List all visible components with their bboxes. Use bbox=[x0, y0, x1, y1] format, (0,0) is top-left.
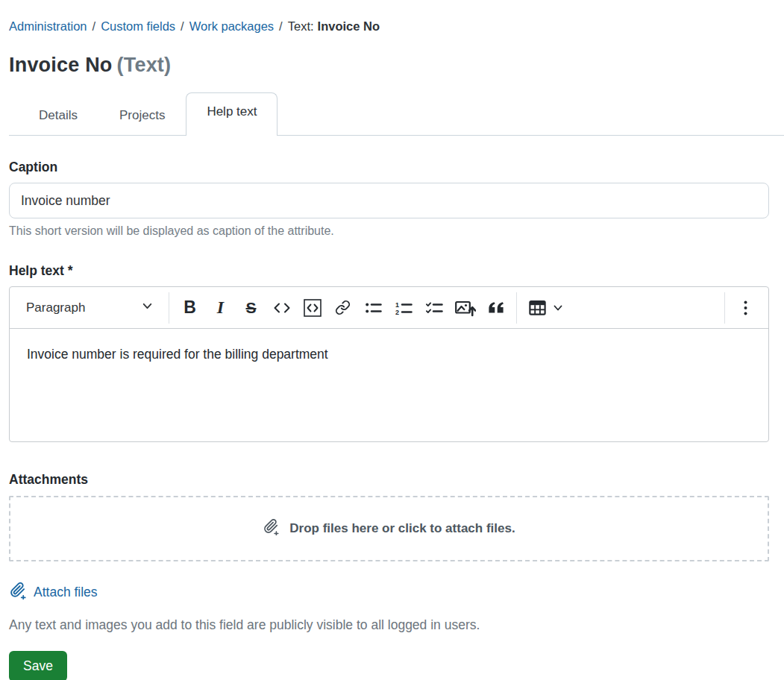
more-options-kebab-icon bbox=[743, 300, 748, 315]
paragraph-style-dropdown[interactable]: Paragraph bbox=[17, 293, 163, 323]
dropzone-text: Drop files here or click to attach files… bbox=[289, 521, 515, 536]
breadcrumb-current-item: Invoice No bbox=[318, 19, 380, 33]
breadcrumb-link-administration[interactable]: Administration bbox=[9, 19, 87, 33]
italic-button[interactable]: I bbox=[205, 293, 236, 323]
save-button[interactable]: Save bbox=[9, 651, 67, 680]
paragraph-style-value: Paragraph bbox=[26, 300, 85, 315]
custom-field-admin-page: Administration/Custom fields/Work packag… bbox=[0, 0, 784, 680]
editor-content-area[interactable]: Invoice number is required for the billi… bbox=[10, 329, 768, 441]
editor-paragraph: Invoice number is required for the billi… bbox=[27, 347, 751, 362]
numbered-list-button[interactable]: 12 bbox=[389, 293, 419, 323]
strikethrough-button[interactable]: S bbox=[236, 293, 266, 323]
breadcrumb-separator: / bbox=[181, 19, 184, 33]
code-block-button[interactable] bbox=[297, 293, 327, 323]
help-text-form: Caption This short version will be displ… bbox=[9, 160, 769, 680]
breadcrumb-link-work-packages[interactable]: Work packages bbox=[189, 19, 274, 33]
link-icon bbox=[335, 300, 351, 315]
page-title: Invoice No(Text) bbox=[9, 54, 769, 77]
attachments-dropzone[interactable]: Drop files here or click to attach files… bbox=[9, 496, 769, 561]
bulleted-list-icon bbox=[365, 300, 382, 315]
visibility-notice: Any text and images you add to this fiel… bbox=[9, 617, 769, 633]
help-text-label: Help text * bbox=[9, 263, 769, 279]
inline-code-button[interactable] bbox=[266, 293, 297, 323]
tab-details[interactable]: Details bbox=[18, 96, 98, 135]
bulleted-list-button[interactable] bbox=[358, 293, 389, 323]
attach-files-label: Attach files bbox=[34, 585, 98, 600]
toolbar-divider bbox=[516, 292, 517, 324]
tab-projects[interactable]: Projects bbox=[98, 96, 186, 135]
breadcrumb-separator: / bbox=[279, 19, 283, 33]
bold-icon: B bbox=[184, 298, 196, 318]
strikethrough-icon: S bbox=[245, 299, 256, 317]
task-list-icon bbox=[426, 300, 443, 315]
attach-files-link[interactable]: Attach files bbox=[9, 582, 98, 603]
paperclip-plus-icon bbox=[9, 582, 27, 603]
task-list-button[interactable] bbox=[419, 293, 450, 323]
link-button[interactable] bbox=[327, 293, 358, 323]
toolbar-divider bbox=[724, 292, 725, 324]
numbered-list-icon: 12 bbox=[395, 300, 413, 315]
breadcrumb-link-custom-fields[interactable]: Custom fields bbox=[101, 19, 175, 33]
chevron-down-icon bbox=[553, 303, 563, 313]
block-quote-button[interactable] bbox=[480, 293, 511, 323]
insert-table-button[interactable] bbox=[522, 293, 570, 323]
attachments-label: Attachments bbox=[9, 472, 769, 488]
chevron-down-icon bbox=[142, 300, 153, 315]
code-block-icon bbox=[303, 298, 322, 318]
caption-hint: This short version will be displayed as … bbox=[9, 224, 769, 238]
breadcrumb-separator: / bbox=[92, 19, 96, 33]
block-quote-icon bbox=[488, 301, 504, 314]
more-options-button[interactable] bbox=[730, 293, 761, 323]
toolbar-divider bbox=[169, 292, 169, 324]
breadcrumb: Administration/Custom fields/Work packag… bbox=[9, 18, 769, 34]
rich-text-editor: Paragraph B I S bbox=[9, 286, 769, 442]
caption-label: Caption bbox=[9, 160, 769, 175]
insert-table-icon bbox=[529, 300, 546, 315]
editor-toolbar: Paragraph B I S bbox=[10, 287, 768, 329]
italic-icon: I bbox=[217, 298, 224, 318]
image-upload-button[interactable] bbox=[450, 293, 480, 323]
tab-bar: Details Projects Help text bbox=[9, 92, 784, 136]
page-title-name: Invoice No bbox=[9, 54, 113, 76]
image-upload-icon bbox=[455, 299, 476, 317]
svg-text:2: 2 bbox=[395, 309, 399, 315]
tab-help-text[interactable]: Help text bbox=[186, 92, 277, 136]
svg-text:1: 1 bbox=[395, 300, 399, 308]
breadcrumb-type-prefix: Text: bbox=[288, 19, 314, 33]
page-title-type: (Text) bbox=[117, 54, 172, 76]
inline-code-icon bbox=[273, 302, 291, 314]
bold-button[interactable]: B bbox=[175, 293, 205, 323]
paperclip-plus-icon bbox=[263, 518, 280, 539]
caption-input[interactable] bbox=[9, 183, 769, 218]
